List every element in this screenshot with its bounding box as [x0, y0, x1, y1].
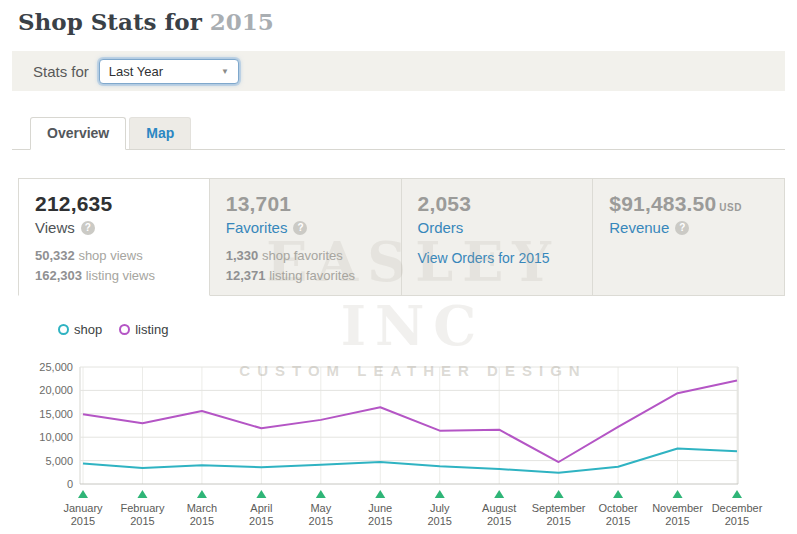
stat-box-views[interactable]: 212,635 Views ? 50,332 shop views 162,30… — [18, 178, 210, 296]
dropdown-arrow-icon: ▼ — [221, 67, 229, 76]
shop-series-dot-icon — [58, 324, 69, 335]
svg-text:25,000: 25,000 — [39, 361, 73, 373]
svg-text:2015: 2015 — [606, 515, 630, 527]
shop-views-line: 50,332 shop views — [35, 246, 193, 266]
svg-text:0: 0 — [67, 478, 73, 490]
stat-box-favorites[interactable]: 13,701 Favorites ? 1,330 shop favorites … — [210, 178, 402, 296]
stats-tabs: Overview Map — [12, 117, 785, 150]
svg-text:May: May — [310, 502, 331, 514]
svg-text:2015: 2015 — [546, 515, 570, 527]
orders-value: 2,053 — [418, 192, 577, 216]
favorites-label-link[interactable]: Favorites — [226, 219, 288, 236]
svg-text:2015: 2015 — [665, 515, 689, 527]
chart-legend: shop listing — [58, 322, 785, 337]
stats-filter-bar: Stats for Last Year ▼ — [12, 51, 785, 91]
svg-text:2015: 2015 — [368, 515, 392, 527]
favorites-help-icon[interactable]: ? — [293, 221, 307, 235]
tab-map[interactable]: Map — [129, 117, 191, 149]
orders-label-link[interactable]: Orders — [418, 219, 464, 236]
svg-text:November: November — [652, 502, 703, 514]
currency-label: USD — [719, 202, 742, 213]
svg-text:15,000: 15,000 — [39, 408, 73, 420]
views-help-icon[interactable]: ? — [81, 221, 95, 235]
svg-text:2015: 2015 — [427, 515, 451, 527]
svg-text:October: October — [599, 502, 638, 514]
legend-item-listing: listing — [119, 322, 168, 337]
svg-text:June: June — [368, 502, 392, 514]
listing-series-dot-icon — [119, 324, 130, 335]
svg-text:2015: 2015 — [487, 515, 511, 527]
views-value: 212,635 — [35, 192, 193, 216]
svg-text:September: September — [532, 502, 586, 514]
listing-views-line: 162,303 listing views — [35, 266, 193, 286]
svg-text:February: February — [120, 502, 165, 514]
tab-overview[interactable]: Overview — [30, 117, 126, 150]
svg-text:December: December — [712, 502, 763, 514]
views-breakdown: 50,332 shop views 162,303 listing views — [35, 246, 193, 285]
stat-box-orders[interactable]: 2,053 Orders View Orders for 2015 — [402, 178, 594, 296]
revenue-label-link[interactable]: Revenue — [609, 219, 669, 236]
revenue-value: $91,483.50USD — [609, 192, 768, 216]
shop-series-label: shop — [74, 322, 102, 337]
page-title-year: 2015 — [210, 8, 274, 35]
favorites-value: 13,701 — [226, 192, 385, 216]
svg-text:2015: 2015 — [249, 515, 273, 527]
revenue-help-icon[interactable]: ? — [675, 221, 689, 235]
shop-favorites-line: 1,330 shop favorites — [226, 246, 385, 266]
svg-text:10,000: 10,000 — [39, 431, 73, 443]
favorites-breakdown: 1,330 shop favorites 12,371 listing favo… — [226, 246, 385, 285]
svg-text:2015: 2015 — [725, 515, 749, 527]
svg-text:2015: 2015 — [309, 515, 333, 527]
stats-chart: 05,00010,00015,00020,00025,000January201… — [12, 361, 784, 531]
page-title-text: Shop Stats for — [18, 8, 202, 35]
svg-text:April: April — [250, 502, 272, 514]
svg-text:5,000: 5,000 — [45, 455, 73, 467]
svg-text:2015: 2015 — [71, 515, 95, 527]
svg-text:March: March — [187, 502, 218, 514]
stat-box-revenue[interactable]: $91,483.50USD Revenue ? — [593, 178, 785, 296]
legend-item-shop: shop — [58, 322, 102, 337]
time-range-select[interactable]: Last Year ▼ — [99, 59, 239, 84]
page-title: Shop Stats for 2015 — [18, 8, 797, 35]
listing-favorites-line: 12,371 listing favorites — [226, 266, 385, 286]
stat-boxes-row: 212,635 Views ? 50,332 shop views 162,30… — [12, 178, 785, 296]
stats-for-label: Stats for — [33, 63, 89, 80]
views-label: Views — [35, 219, 75, 236]
view-orders-link[interactable]: View Orders for 2015 — [418, 250, 550, 266]
svg-text:2015: 2015 — [130, 515, 154, 527]
svg-text:January: January — [63, 502, 103, 514]
time-range-selected-value: Last Year — [109, 64, 163, 79]
chart-section: shop listing 05,00010,00015,00020,00025,… — [12, 322, 785, 534]
svg-text:2015: 2015 — [190, 515, 214, 527]
svg-text:July: July — [430, 502, 450, 514]
listing-series-label: listing — [135, 322, 168, 337]
svg-text:20,000: 20,000 — [39, 384, 73, 396]
svg-text:August: August — [482, 502, 516, 514]
